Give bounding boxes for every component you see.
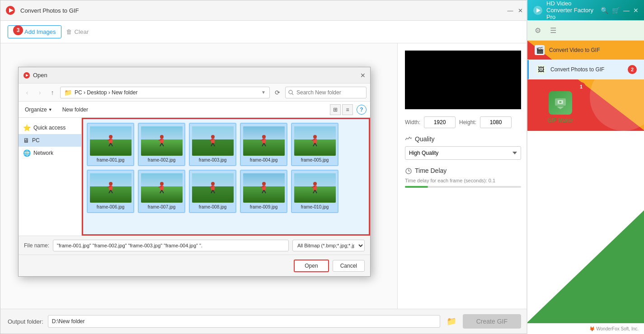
- nav-quick-access[interactable]: ⭐ Quick access: [19, 121, 81, 134]
- file-item[interactable]: frame-009.jpg: [240, 170, 287, 213]
- file-name-label: frame-001.jpg: [97, 158, 125, 162]
- svg-rect-48: [262, 186, 266, 190]
- nav-network[interactable]: 🌐 Network: [19, 147, 81, 159]
- create-gif-button[interactable]: Create GIF: [463, 314, 521, 329]
- dialog-title: Open: [33, 72, 360, 79]
- main-title: Convert Photos to GIF: [20, 7, 507, 14]
- convert-video-to-gif-item[interactable]: 🎬 Convert Video to GIF: [527, 41, 644, 60]
- file-item[interactable]: frame-005.jpg: [291, 123, 338, 166]
- wonderfox-footer: 🦊 WonderFox Soft, Inc.: [527, 323, 644, 334]
- thumb-figure-icon: [107, 181, 115, 194]
- file-input-bar: File name: All Bitmap (*.bmp;*.jpg;*.jpe…: [19, 236, 370, 255]
- nav-pc[interactable]: 🖥 PC: [19, 134, 81, 147]
- up-button[interactable]: ↑: [47, 88, 57, 97]
- hd-cart-icon[interactable]: 🛒: [612, 7, 620, 14]
- file-item[interactable]: frame-004.jpg: [240, 123, 287, 166]
- file-item[interactable]: frame-003.jpg: [189, 123, 236, 166]
- svg-line-16: [162, 143, 164, 146]
- time-delay-header: Time Delay: [405, 167, 521, 174]
- preview-area: [405, 51, 521, 109]
- svg-point-47: [262, 182, 266, 186]
- grid-view-button[interactable]: ⊞: [330, 104, 341, 115]
- hd-content: 🎬 Convert Video to GIF 🖼 Convert Photos …: [527, 41, 644, 323]
- svg-point-7: [109, 135, 113, 139]
- list-view-button[interactable]: ≡: [342, 104, 353, 115]
- organize-button[interactable]: Organize ▼: [22, 105, 55, 114]
- file-name-label: frame-003.jpg: [199, 158, 227, 162]
- svg-line-40: [160, 190, 162, 193]
- network-label: Network: [33, 150, 53, 156]
- file-type-select[interactable]: All Bitmap (*.bmp;*.jpg;*.jpeg;*: [292, 240, 365, 251]
- hd-menu-icon[interactable]: ☰: [550, 26, 556, 35]
- minimize-button[interactable]: —: [507, 7, 514, 14]
- file-thumbnail: [90, 173, 132, 203]
- file-thumbnail: [192, 126, 234, 156]
- address-path[interactable]: 📁 PC › Desktop › New folder ▼: [60, 87, 270, 98]
- clear-button[interactable]: 🗑 Clear: [66, 28, 89, 35]
- refresh-button[interactable]: ⟳: [273, 88, 282, 97]
- browse-folder-button[interactable]: 📁: [445, 315, 458, 328]
- file-thumbnail: [141, 126, 183, 156]
- cancel-button[interactable]: Cancel: [333, 260, 365, 272]
- height-input[interactable]: [480, 116, 512, 128]
- video-to-gif-label: Convert Video to GIF: [549, 47, 600, 53]
- width-input[interactable]: [424, 116, 456, 128]
- time-delay-title: Time Delay: [415, 167, 447, 174]
- output-folder-input[interactable]: [48, 315, 440, 328]
- time-delay-bar[interactable]: [405, 186, 521, 188]
- app-logo-icon: [5, 5, 16, 16]
- nav-panel: ⭐ Quick access 🖥 PC 🌐 Network: [19, 118, 82, 236]
- help-button[interactable]: ?: [357, 105, 367, 115]
- hd-settings-icon[interactable]: ⚙: [535, 26, 541, 35]
- convert-photos-to-gif-item[interactable]: 🖼 Convert Photos to GIF 2: [527, 60, 644, 79]
- hd-search-icon[interactable]: 🔍: [601, 7, 608, 14]
- thumb-figure-icon: [209, 135, 217, 147]
- thumb-figure-icon: [260, 181, 268, 194]
- back-button[interactable]: ‹: [22, 88, 32, 97]
- hd-menu-panel: 🎬 Convert Video to GIF 🖼 Convert Photos …: [527, 41, 644, 79]
- filename-input[interactable]: [53, 240, 289, 251]
- network-icon: 🌐: [23, 149, 31, 157]
- svg-point-52: [313, 182, 317, 186]
- close-button[interactable]: ✕: [517, 7, 524, 14]
- quick-access-icon: ⭐: [23, 124, 31, 131]
- gif-svg-icon: [554, 97, 567, 109]
- svg-rect-18: [211, 139, 215, 143]
- file-item[interactable]: frame-001.jpg: [87, 123, 134, 166]
- search-input[interactable]: [285, 87, 367, 98]
- file-thumbnail: [192, 173, 234, 203]
- hd-window: HD Video Converter Factory Pro 🔍 🛒 — ✕ ⚙…: [526, 0, 644, 334]
- svg-point-27: [313, 135, 317, 139]
- svg-rect-53: [313, 186, 317, 190]
- file-item[interactable]: frame-006.jpg: [87, 170, 134, 213]
- path-dropdown-icon[interactable]: ▼: [261, 90, 266, 95]
- path-text: PC › Desktop › New folder: [75, 89, 137, 96]
- gif-maker-tool[interactable]: GIF Maker: [538, 85, 583, 130]
- file-item[interactable]: frame-008.jpg: [189, 170, 236, 213]
- bg-triangle-3: [527, 210, 644, 323]
- thumb-figure-icon: [158, 135, 166, 147]
- open-button[interactable]: Open: [294, 260, 329, 272]
- video-to-gif-icon: 🎬: [535, 45, 545, 55]
- bottom-bar: Output folder: 📁 Create GIF: [0, 309, 528, 334]
- svg-line-11: [111, 143, 113, 146]
- files-area[interactable]: frame-001.jpg frame-002.jpg: [82, 118, 370, 236]
- time-delay-desc: Time delay for each frame (seconds): 0.1: [405, 178, 521, 183]
- new-folder-button[interactable]: New folder: [59, 105, 92, 114]
- main-toolbar: + + Add Images 🗑 Clear 3: [0, 21, 528, 43]
- view-buttons: ⊞ ≡: [330, 104, 353, 115]
- forward-button[interactable]: ›: [35, 88, 45, 97]
- dimension-row: Width: Height:: [405, 116, 521, 128]
- thumb-figure-icon: [107, 135, 115, 147]
- file-name-label: frame-004.jpg: [250, 158, 278, 162]
- file-name-label: frame-002.jpg: [148, 158, 176, 162]
- quality-select[interactable]: High Quality Medium Quality Low Quality: [405, 146, 521, 160]
- file-item[interactable]: frame-002.jpg: [138, 123, 185, 166]
- hd-close-button[interactable]: ✕: [633, 7, 639, 14]
- dialog-close-button[interactable]: ✕: [360, 72, 366, 79]
- svg-point-37: [160, 182, 164, 186]
- file-item[interactable]: frame-007.jpg: [138, 170, 185, 213]
- file-item[interactable]: frame-010.jpg: [291, 170, 338, 213]
- hd-minimize-button[interactable]: —: [623, 7, 630, 14]
- file-name-label: frame-010.jpg: [301, 204, 329, 209]
